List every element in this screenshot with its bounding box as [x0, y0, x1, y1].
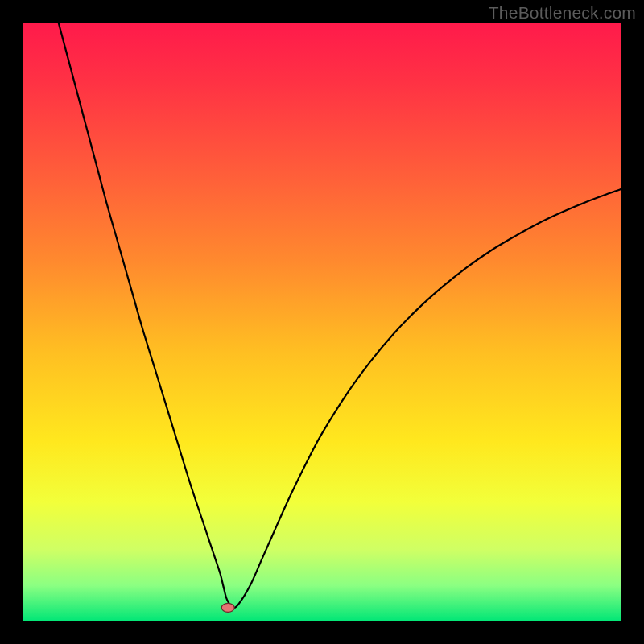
bottleneck-chart [23, 23, 621, 621]
watermark-text: TheBottleneck.com [489, 3, 636, 23]
gradient-background [23, 23, 621, 621]
chart-frame [23, 23, 621, 621]
minimum-marker-icon [221, 603, 234, 612]
